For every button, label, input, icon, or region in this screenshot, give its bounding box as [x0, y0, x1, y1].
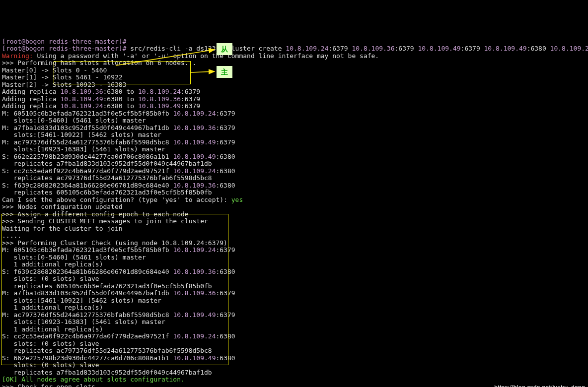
confirm-text: Can I set the above configuration? (type…: [2, 196, 231, 203]
line: Master[2] -> Slots 10923 - 16383: [2, 81, 126, 88]
replica-line: Adding replica: [2, 95, 60, 103]
command-text: src/redis-cli -a ds123 --cluster create: [130, 45, 286, 52]
line: Master[0] -> Slots 0 - 5460: [2, 66, 107, 74]
watermark: https://blog.csdn.net/justry_deng: [494, 384, 585, 387]
annotation-cong: 从: [217, 43, 232, 55]
prompt: [root@bogon redis-three-master]#: [2, 38, 126, 45]
terminal[interactable]: [root@bogon redis-three-master]# [root@b…: [0, 36, 588, 387]
cluster-check-header: >>> Performing Cluster Check (using node…: [2, 239, 227, 247]
ok1: [OK] All nodes agree about slots configu…: [2, 376, 185, 383]
annotation-zhu: 主: [217, 66, 232, 78]
replica-line: Adding replica: [2, 88, 60, 95]
line: Master[1] -> Slots 5461 - 10922: [2, 73, 123, 81]
warning-text: Using a password with '-a' or '-u' optio…: [33, 52, 379, 60]
command-ips: 10.8.109.24:6379 10.8.109.36:6379 10.8.1…: [286, 45, 588, 52]
confirm-yes: yes: [231, 196, 243, 203]
warning-label: Warning:: [2, 52, 33, 60]
line: >>> Performing hash slots allocation on …: [2, 59, 196, 66]
prompt: [root@bogon redis-three-master]#: [2, 45, 130, 52]
replica-line: Adding replica: [2, 102, 60, 110]
